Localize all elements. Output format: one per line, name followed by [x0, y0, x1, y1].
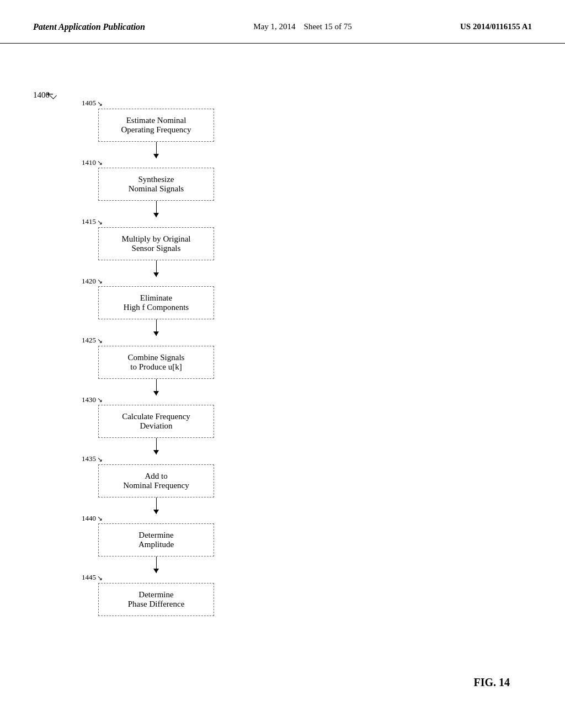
box-1425: Combine Signalsto Produce u[k]: [98, 346, 214, 379]
box-1445: DeterminePhase Difference: [98, 583, 214, 616]
step-label-1445: 1445: [82, 573, 103, 582]
step-label-1430: 1430: [82, 395, 103, 405]
arrow-1430: [156, 379, 157, 395]
flow-step-1430: 1430Calculate FrequencyDeviation: [98, 395, 214, 438]
flow-step-1440: 1440DetermineAmplitude: [98, 514, 214, 557]
arrow-1415: [156, 201, 157, 217]
step-label-1435: 1435: [82, 454, 103, 464]
arrow-1420: [156, 260, 157, 277]
box-1405: Estimate NominalOperating Frequency: [98, 109, 214, 142]
flow-step-1410: 1410SynthesizeNominal Signals: [98, 158, 214, 201]
main-content: 1400 1405Estimate NominalOperating Frequ…: [0, 44, 565, 722]
box-1440: DetermineAmplitude: [98, 523, 214, 556]
sheet-info: Sheet 15 of 75: [304, 22, 352, 31]
diagram-root-label: 1400: [33, 90, 56, 100]
box-1435: Add toNominal Frequency: [98, 464, 214, 497]
step-label-1415: 1415: [82, 217, 103, 227]
flow-step-1445: 1445DeterminePhase Difference: [98, 573, 214, 616]
publication-date: May 1, 2014: [253, 22, 295, 31]
page-header: Patent Application Publication May 1, 20…: [0, 0, 565, 44]
flow-step-1420: 1420EliminateHigh f Components: [98, 277, 214, 320]
box-1415: Multiply by OriginalSensor Signals: [98, 227, 214, 260]
step-label-1425: 1425: [82, 336, 103, 345]
flow-step-1405: 1405Estimate NominalOperating Frequency: [98, 99, 214, 142]
arrow-1445: [156, 556, 157, 573]
box-1420: EliminateHigh f Components: [98, 286, 214, 319]
flow-step-1415: 1415Multiply by OriginalSensor Signals: [98, 217, 214, 260]
header-center: May 1, 2014 Sheet 15 of 75: [253, 22, 351, 31]
step-label-1410: 1410: [82, 158, 103, 168]
arrow-1435: [156, 438, 157, 454]
figure-label: FIG. 14: [473, 676, 510, 689]
step-label-1440: 1440: [82, 514, 103, 523]
step-label-1420: 1420: [82, 277, 103, 286]
patent-number: US 2014/0116155 A1: [460, 22, 532, 31]
step-label-1405: 1405: [82, 99, 103, 108]
flow-step-1425: 1425Combine Signalsto Produce u[k]: [98, 336, 214, 379]
arrow-1410: [156, 142, 157, 158]
flow-step-1435: 1435Add toNominal Frequency: [98, 454, 214, 497]
arrow-1425: [156, 319, 157, 336]
arrow-1440: [156, 497, 157, 514]
box-1410: SynthesizeNominal Signals: [98, 168, 214, 201]
publication-title: Patent Application Publication: [33, 22, 145, 32]
box-1430: Calculate FrequencyDeviation: [98, 405, 214, 438]
flowchart: 1405Estimate NominalOperating Frequency1…: [98, 99, 214, 616]
